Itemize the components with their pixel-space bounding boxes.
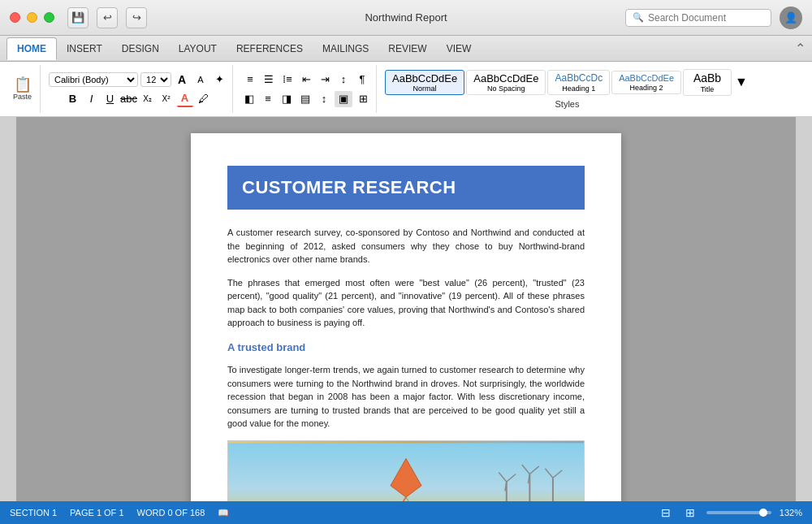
style-normal-label: Normal xyxy=(413,84,437,93)
pilcrow-button[interactable]: ¶ xyxy=(354,71,370,88)
zoom-slider[interactable] xyxy=(706,511,771,514)
tab-insert[interactable]: INSERT xyxy=(57,38,112,59)
view-web-icon[interactable]: ⊞ xyxy=(682,505,698,521)
style-no-spacing-label: No Spacing xyxy=(487,84,525,93)
search-icon: 🔍 xyxy=(633,12,644,23)
right-ruler xyxy=(796,117,812,501)
indent-increase-button[interactable]: ⇥ xyxy=(317,71,333,88)
sort-button[interactable]: ↕ xyxy=(335,71,352,88)
paragraph-3: To investigate longer-term trends, we ag… xyxy=(227,363,585,431)
ribbon-toolbar: 📋 Paste Calibri (Body) 12 A A ✦ B I U ab… xyxy=(0,62,812,117)
status-bar: SECTION 1 PAGE 1 OF 1 WORD 0 OF 168 📖 ⊟ … xyxy=(0,501,812,524)
profile-avatar[interactable]: 👤 xyxy=(780,6,802,29)
tab-view[interactable]: VIEW xyxy=(437,38,482,59)
traffic-lights xyxy=(10,12,54,23)
title-bar: 💾 ↩ ↪ Northwind Report 🔍 👤 xyxy=(0,0,812,36)
style-no-spacing[interactable]: AaBbCcDdEe No Spacing xyxy=(466,70,546,96)
document-title-banner: CUSTOMER RESEARCH xyxy=(227,166,585,210)
tab-design[interactable]: DESIGN xyxy=(112,38,169,59)
indent-decrease-button[interactable]: ⇤ xyxy=(298,71,314,88)
search-box[interactable]: 🔍 xyxy=(625,9,771,27)
justify-button[interactable]: ▤ xyxy=(297,91,313,107)
superscript-button[interactable]: X² xyxy=(158,91,175,107)
align-left-button[interactable]: ◧ xyxy=(241,91,257,107)
tab-references[interactable]: REFERENCES xyxy=(227,38,313,59)
font-size-select[interactable]: 12 xyxy=(140,72,171,87)
style-title-label: Title xyxy=(701,85,715,93)
align-right-button[interactable]: ◨ xyxy=(279,91,295,107)
toolbar-icons-left: 💾 ↩ ↪ xyxy=(67,7,147,28)
ribbon-group-styles: AaBbCcDdEe Normal AaBbCcDdEe No Spacing … xyxy=(380,65,754,113)
view-draft-icon[interactable]: ⊟ xyxy=(658,505,674,521)
multilevel-button[interactable]: ⁞≡ xyxy=(279,71,296,88)
style-title[interactable]: AaBb Title xyxy=(683,69,732,96)
tab-mailings[interactable]: MAILINGS xyxy=(313,38,378,59)
ribbon-group-clipboard: 📋 Paste xyxy=(5,65,41,113)
underline-button[interactable]: U xyxy=(102,91,119,107)
font-color-button[interactable]: A xyxy=(177,91,193,107)
word-count: WORD 0 OF 168 xyxy=(137,508,205,518)
paste-icon: 📋 xyxy=(14,77,32,92)
shading-button[interactable]: ▣ xyxy=(335,91,352,107)
style-heading2-label: Heading 2 xyxy=(630,84,663,92)
kite-image-svg xyxy=(228,441,584,502)
italic-button[interactable]: I xyxy=(84,91,100,107)
line-spacing-button[interactable]: ↕ xyxy=(316,91,332,107)
bullets-button[interactable]: ≡ xyxy=(242,71,258,88)
font-family-select[interactable]: Calibri (Body) xyxy=(49,72,138,87)
app-body: CUSTOMER RESEARCH A customer research su… xyxy=(0,117,812,501)
bold-button[interactable]: B xyxy=(65,91,81,107)
align-center-button[interactable]: ≡ xyxy=(260,91,276,107)
styles-more-button[interactable]: ▼ xyxy=(733,74,749,90)
paragraph-2: The phrases that emerged most often were… xyxy=(227,276,585,330)
minimize-button[interactable] xyxy=(27,12,37,23)
book-icon: 📖 xyxy=(218,508,229,518)
ribbon-tabs: HOME INSERT DESIGN LAYOUT REFERENCES MAI… xyxy=(0,36,812,62)
paste-button[interactable]: 📋 Paste xyxy=(10,76,35,102)
ribbon-group-paragraph: ≡ ☰ ⁞≡ ⇤ ⇥ ↕ ¶ ◧ ≡ ◨ ▤ ↕ ▣ ⊞ xyxy=(236,65,377,113)
save-icon[interactable]: 💾 xyxy=(67,7,89,28)
style-normal[interactable]: AaBbCcDdEe Normal xyxy=(385,70,464,96)
highlight-color-button[interactable]: 🖊 xyxy=(196,91,212,107)
style-heading1-label: Heading 1 xyxy=(562,84,595,93)
document-body: A customer research survey, co-sponsored… xyxy=(227,226,585,501)
shrink-font-button[interactable]: A xyxy=(192,71,209,88)
clear-format-button[interactable]: ✦ xyxy=(211,71,227,88)
ribbon-group-font: Calibri (Body) 12 A A ✦ B I U abc X₂ X² … xyxy=(44,65,233,113)
grow-font-button[interactable]: A xyxy=(174,71,190,88)
document-image xyxy=(227,440,585,502)
style-heading2[interactable]: AaBbCcDdEe Heading 2 xyxy=(611,71,681,94)
document-area[interactable]: CUSTOMER RESEARCH A customer research su… xyxy=(16,117,796,501)
document-heading: CUSTOMER RESEARCH xyxy=(242,177,570,198)
left-ruler xyxy=(0,117,16,501)
ribbon-collapse-icon[interactable]: ⌃ xyxy=(795,41,806,56)
zoom-thumb xyxy=(759,509,767,517)
redo-icon[interactable]: ↪ xyxy=(126,7,147,28)
tab-review[interactable]: REVIEW xyxy=(378,38,436,59)
close-button[interactable] xyxy=(10,12,20,23)
subscript-button[interactable]: X₂ xyxy=(140,91,156,107)
borders-button[interactable]: ⊞ xyxy=(355,91,371,107)
tab-home[interactable]: HOME xyxy=(6,37,57,60)
document-page: CUSTOMER RESEARCH A customer research su… xyxy=(191,133,621,501)
maximize-button[interactable] xyxy=(44,12,54,23)
style-heading1[interactable]: AaBbCcDc Heading 1 xyxy=(547,70,610,94)
zoom-level: 132% xyxy=(780,508,802,518)
undo-icon[interactable]: ↩ xyxy=(97,7,118,28)
document-title: Northwind Report xyxy=(365,11,447,24)
strikethrough-button[interactable]: abc xyxy=(121,91,137,107)
section-title: A trusted brand xyxy=(227,340,585,356)
styles-label[interactable]: Styles xyxy=(555,99,580,109)
search-input[interactable] xyxy=(648,12,762,24)
tab-layout[interactable]: LAYOUT xyxy=(169,38,227,59)
numbering-button[interactable]: ☰ xyxy=(261,71,277,88)
section-indicator: SECTION 1 xyxy=(10,508,57,518)
status-right: ⊟ ⊞ 132% xyxy=(658,505,802,521)
page-indicator: PAGE 1 OF 1 xyxy=(70,508,123,518)
paragraph-1: A customer research survey, co-sponsored… xyxy=(227,226,585,266)
